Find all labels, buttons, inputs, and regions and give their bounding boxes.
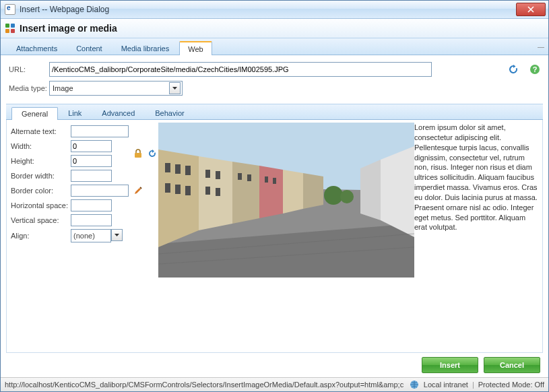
reset-icon — [147, 148, 158, 159]
tab-content[interactable]: Content — [67, 41, 111, 55]
align-value: (none) — [73, 232, 95, 240]
width-label: Width: — [9, 139, 69, 154]
width-input[interactable] — [71, 140, 112, 152]
svg-rect-1 — [11, 24, 15, 28]
dialog-window: Insert -- Webpage Dialog Insert image or… — [0, 0, 549, 392]
svg-rect-25 — [216, 171, 220, 179]
main-tabstrip: Attachments Content Media libraries Web … — [1, 38, 548, 55]
svg-rect-19 — [175, 164, 181, 174]
svg-text:?: ? — [533, 65, 538, 73]
alternate-text-label: Alternate text: — [9, 124, 69, 139]
status-bar: http://localhost/KenticoCMS_daliborp/CMS… — [1, 377, 548, 391]
svg-rect-22 — [175, 185, 181, 194]
align-select[interactable]: (none) — [71, 229, 111, 242]
border-width-label: Border width: — [9, 168, 69, 183]
url-section: URL: ? Media type: Image — [1, 55, 548, 100]
svg-marker-14 — [283, 170, 303, 214]
svg-rect-24 — [205, 170, 210, 178]
close-icon — [527, 6, 534, 13]
help-button[interactable]: ? — [529, 64, 540, 75]
zone-icon-wrap — [409, 379, 420, 390]
svg-point-32 — [324, 186, 343, 205]
close-button[interactable] — [516, 3, 546, 16]
svg-rect-30 — [265, 176, 268, 183]
status-url: http://localhost/KenticoCMS_daliborp/CMS… — [5, 381, 403, 389]
lock-aspect-button[interactable] — [133, 148, 143, 159]
dialog-body: Alternate text: Width: — [6, 120, 543, 353]
properties-panel: Alternate text: Width: — [7, 120, 158, 352]
media-type-select[interactable]: Image — [49, 81, 183, 96]
status-separator: | — [472, 381, 474, 389]
border-color-input[interactable] — [71, 185, 129, 197]
ie-favicon-icon — [5, 4, 15, 15]
media-type-label: Media type: — [9, 84, 49, 92]
preview-panel: Lorem ipsum dolor sit amet, consectetur … — [158, 120, 542, 352]
border-width-input[interactable] — [71, 170, 112, 182]
vspace-label: Vertical space: — [9, 213, 69, 228]
svg-marker-10 — [158, 150, 199, 247]
height-label: Height: — [9, 154, 69, 168]
hspace-label: Horizontal space: — [9, 198, 69, 213]
svg-rect-3 — [11, 29, 15, 33]
url-label: URL: — [9, 65, 49, 73]
subtab-behavior[interactable]: Behavior — [145, 106, 194, 119]
svg-rect-18 — [165, 163, 170, 172]
dialog-heading: Insert image or media — [20, 23, 117, 34]
color-picker-button[interactable] — [133, 185, 143, 196]
reset-size-button[interactable] — [147, 148, 158, 159]
svg-rect-0 — [5, 24, 9, 28]
insert-button[interactable]: Insert — [422, 357, 478, 373]
preview-image — [158, 123, 414, 277]
height-input[interactable] — [71, 155, 112, 167]
svg-rect-31 — [273, 178, 276, 184]
svg-rect-29 — [247, 174, 251, 181]
panel-collapse-icon[interactable]: — — [538, 43, 544, 51]
lock-icon — [133, 148, 143, 159]
svg-rect-23 — [185, 186, 191, 195]
svg-point-33 — [340, 190, 354, 203]
url-input[interactable] — [49, 62, 432, 77]
status-zone: Local intranet — [424, 381, 468, 389]
window-title: Insert -- Webpage Dialog — [20, 5, 516, 14]
tab-media-libraries[interactable]: Media libraries — [112, 41, 179, 55]
svg-rect-26 — [205, 187, 210, 195]
svg-rect-2 — [5, 29, 9, 33]
cancel-button[interactable]: Cancel — [484, 357, 540, 373]
hspace-input[interactable] — [71, 199, 112, 211]
preview-lorem-text: Lorem ipsum dolor sit amet, consectetur … — [414, 123, 538, 231]
dropdown-button[interactable] — [169, 82, 181, 94]
titlebar: Insert -- Webpage Dialog — [1, 1, 548, 19]
dialog-header: Insert image or media — [1, 19, 548, 38]
subtab-link[interactable]: Link — [58, 106, 92, 119]
media-app-icon — [5, 23, 15, 34]
svg-rect-27 — [216, 188, 220, 196]
subtab-advanced[interactable]: Advanced — [92, 106, 145, 119]
align-label: Align: — [9, 228, 69, 244]
color-picker-icon — [133, 185, 143, 196]
svg-marker-13 — [259, 166, 283, 218]
tab-attachments[interactable]: Attachments — [7, 41, 66, 55]
globe-icon — [409, 379, 420, 390]
sub-tabstrip: General Link Advanced Behavior — [6, 104, 543, 120]
vspace-input[interactable] — [71, 214, 112, 226]
status-mode: Protected Mode: Off — [478, 381, 544, 389]
refresh-icon — [508, 64, 519, 75]
help-icon: ? — [529, 64, 540, 75]
tab-web[interactable]: Web — [179, 41, 212, 55]
chevron-down-icon — [115, 234, 119, 236]
svg-rect-28 — [238, 173, 242, 180]
chevron-down-icon — [172, 87, 177, 90]
svg-rect-6 — [135, 153, 141, 158]
svg-marker-17 — [360, 160, 381, 220]
svg-rect-20 — [185, 166, 191, 175]
svg-marker-12 — [232, 162, 259, 224]
dialog-footer: Insert Cancel — [1, 353, 548, 377]
border-color-label: Border color: — [9, 183, 69, 198]
svg-marker-15 — [303, 173, 323, 209]
media-type-value: Image — [53, 84, 73, 92]
refresh-button[interactable] — [508, 64, 519, 75]
align-dropdown-button[interactable] — [111, 229, 123, 241]
svg-rect-21 — [165, 183, 170, 193]
alternate-text-input[interactable] — [71, 125, 129, 137]
subtab-general[interactable]: General — [11, 107, 58, 120]
